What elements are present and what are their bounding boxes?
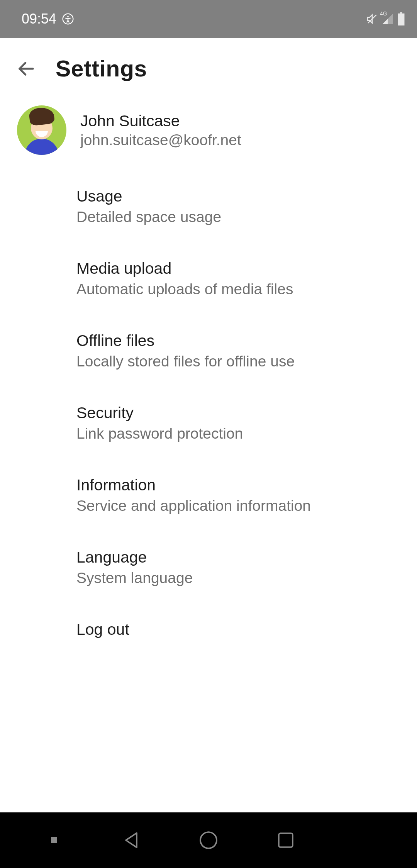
settings-list: Usage Detailed space usage Media upload …: [0, 170, 417, 655]
svg-rect-3: [400, 12, 402, 14]
user-profile-row[interactable]: John Suitcase john.suitcase@koofr.net: [0, 100, 417, 170]
setting-log-out[interactable]: Log out: [76, 604, 402, 655]
nav-assistant-dot[interactable]: [39, 837, 70, 843]
setting-title: Information: [76, 476, 402, 494]
battery-icon: [397, 12, 405, 25]
user-name: John Suitcase: [80, 112, 241, 130]
signal-network-label: 4G: [380, 10, 387, 17]
nav-home-icon[interactable]: [193, 829, 224, 851]
user-email: john.suitcase@koofr.net: [80, 132, 241, 149]
nav-back-icon[interactable]: [116, 829, 147, 851]
setting-title: Offline files: [76, 332, 402, 349]
setting-subtitle: Automatic uploads of media files: [76, 281, 402, 298]
avatar: [17, 105, 66, 155]
back-icon[interactable]: [16, 59, 36, 79]
setting-subtitle: Locally stored files for offline use: [76, 353, 402, 370]
setting-title: Media upload: [76, 260, 402, 277]
setting-title: Usage: [76, 188, 402, 205]
user-text: John Suitcase john.suitcase@koofr.net: [80, 112, 241, 149]
accessibility-icon: [62, 13, 74, 25]
page-title: Settings: [56, 56, 147, 82]
signal-icon: 4G: [381, 13, 394, 25]
status-bar-left: 09:54: [22, 11, 74, 27]
setting-subtitle: Detailed space usage: [76, 209, 402, 225]
system-nav-bar: [0, 812, 417, 868]
nav-recents-icon[interactable]: [270, 830, 301, 851]
setting-subtitle: Service and application information: [76, 498, 402, 514]
setting-media-upload[interactable]: Media upload Automatic uploads of media …: [76, 242, 402, 315]
setting-information[interactable]: Information Service and application info…: [76, 459, 402, 531]
status-bar: 09:54 4G: [0, 0, 417, 38]
svg-rect-4: [398, 14, 405, 25]
app-bar: Settings: [0, 38, 417, 100]
status-time: 09:54: [22, 11, 56, 27]
setting-offline-files[interactable]: Offline files Locally stored files for o…: [76, 315, 402, 387]
setting-title: Log out: [76, 621, 402, 638]
setting-security[interactable]: Security Link password protection: [76, 387, 402, 459]
svg-point-1: [67, 16, 69, 17]
setting-subtitle: Link password protection: [76, 426, 402, 442]
setting-usage[interactable]: Usage Detailed space usage: [76, 170, 402, 242]
setting-subtitle: System language: [76, 570, 402, 587]
svg-rect-6: [51, 837, 57, 843]
status-bar-right: 4G: [366, 12, 405, 25]
setting-title: Security: [76, 404, 402, 422]
mute-icon: [366, 13, 378, 25]
setting-title: Language: [76, 549, 402, 566]
svg-rect-8: [279, 833, 293, 847]
svg-point-7: [200, 832, 217, 848]
setting-language[interactable]: Language System language: [76, 531, 402, 604]
